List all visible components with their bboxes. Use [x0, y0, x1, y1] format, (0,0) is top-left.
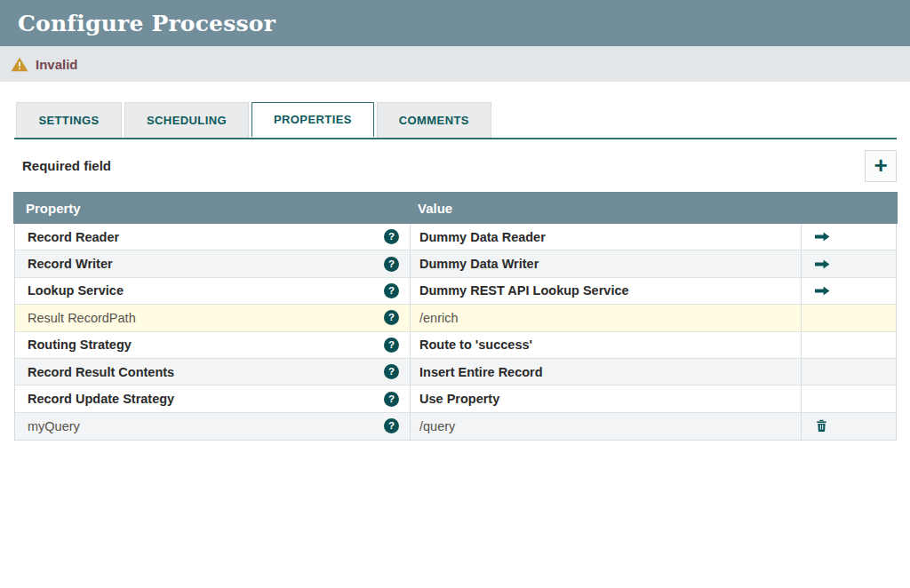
- delete-property-icon[interactable]: [815, 419, 828, 433]
- property-name: Record Result Contents: [28, 365, 174, 379]
- help-icon[interactable]: ?: [384, 283, 399, 298]
- column-header-property: Property: [13, 201, 409, 216]
- dialog-title: Configure Processor: [18, 11, 275, 36]
- property-cell: Record Result Contents ?: [15, 359, 410, 385]
- tab-comments[interactable]: COMMENTS: [377, 102, 491, 138]
- table-row[interactable]: Record Reader ? Dummy Data Reader: [15, 224, 896, 250]
- table-row[interactable]: Record Result Contents ? Insert Entire R…: [15, 359, 896, 385]
- action-cell: [801, 413, 896, 440]
- table-row[interactable]: Record Update Strategy ? Use Property: [15, 385, 896, 412]
- value-cell[interactable]: Use Property: [410, 385, 801, 411]
- action-cell: [801, 224, 896, 250]
- warning-triangle-icon: [11, 57, 28, 72]
- action-cell: [801, 359, 896, 385]
- property-cell: Record Writer ?: [15, 250, 410, 276]
- add-property-button[interactable]: +: [865, 150, 897, 182]
- value-cell[interactable]: Dummy REST API Lookup Service: [410, 278, 801, 304]
- help-icon[interactable]: ?: [384, 418, 399, 433]
- properties-panel: Required field + Property Value Record R…: [14, 139, 897, 441]
- action-cell: [801, 305, 896, 330]
- value-cell[interactable]: Route to 'success': [410, 332, 801, 358]
- action-cell: [801, 250, 896, 276]
- table-row[interactable]: Result RecordPath ? /enrich: [15, 305, 896, 331]
- property-name: Routing Strategy: [28, 338, 132, 352]
- action-cell: [801, 278, 896, 304]
- property-name: Lookup Service: [28, 283, 124, 298]
- property-cell: Record Update Strategy ?: [15, 385, 410, 411]
- properties-table: Property Value Record Reader ? Dummy Dat…: [14, 192, 897, 441]
- table-header-row: Property Value: [13, 192, 898, 224]
- property-name: Record Reader: [28, 230, 119, 244]
- help-icon[interactable]: ?: [384, 338, 399, 353]
- table-row[interactable]: Routing Strategy ? Route to 'success': [15, 332, 896, 359]
- action-cell: [801, 332, 896, 358]
- property-name: myQuery: [28, 419, 80, 433]
- tab-scheduling[interactable]: SCHEDULING: [124, 102, 249, 138]
- dialog-header: Configure Processor: [0, 0, 910, 46]
- property-cell: myQuery ?: [15, 413, 410, 440]
- value-cell[interactable]: Dummy Data Reader: [410, 224, 801, 250]
- property-name: Record Writer: [28, 257, 113, 271]
- table-row[interactable]: Lookup Service ? Dummy REST API Lookup S…: [15, 278, 896, 305]
- table-row[interactable]: Record Writer ? Dummy Data Writer: [15, 250, 896, 277]
- property-cell: Lookup Service ?: [15, 278, 410, 304]
- table-body: Record Reader ? Dummy Data Reader Record…: [14, 224, 897, 441]
- help-icon[interactable]: ?: [384, 229, 399, 244]
- status-badge: Invalid: [36, 57, 78, 72]
- validation-status-bar: Invalid: [0, 46, 910, 82]
- required-field-label: Required field: [22, 158, 111, 173]
- value-cell[interactable]: Insert Entire Record: [410, 359, 801, 385]
- action-cell: [801, 385, 896, 411]
- tab-settings[interactable]: SETTINGS: [16, 102, 122, 138]
- property-name: Record Update Strategy: [28, 392, 174, 406]
- help-icon[interactable]: ?: [384, 392, 399, 407]
- go-to-service-arrow-icon[interactable]: [815, 285, 830, 297]
- help-icon[interactable]: ?: [384, 364, 399, 379]
- value-cell[interactable]: Dummy Data Writer: [410, 250, 801, 276]
- help-icon[interactable]: ?: [384, 310, 399, 325]
- go-to-service-arrow-icon[interactable]: [815, 231, 830, 242]
- tab-properties[interactable]: PROPERTIES: [251, 102, 374, 138]
- property-cell: Result RecordPath ?: [15, 305, 410, 330]
- tab-bar: SETTINGS SCHEDULING PROPERTIES COMMENTS: [14, 102, 897, 139]
- property-cell: Routing Strategy ?: [15, 332, 410, 358]
- value-cell[interactable]: /query: [410, 413, 801, 440]
- column-header-value: Value: [409, 201, 800, 216]
- help-icon[interactable]: ?: [384, 257, 399, 272]
- property-name: Result RecordPath: [28, 311, 136, 325]
- go-to-service-arrow-icon[interactable]: [815, 258, 830, 270]
- table-row[interactable]: myQuery ? /query: [15, 413, 896, 440]
- value-cell[interactable]: /enrich: [410, 305, 801, 330]
- properties-toolbar: Required field +: [14, 139, 897, 192]
- property-cell: Record Reader ?: [15, 224, 410, 250]
